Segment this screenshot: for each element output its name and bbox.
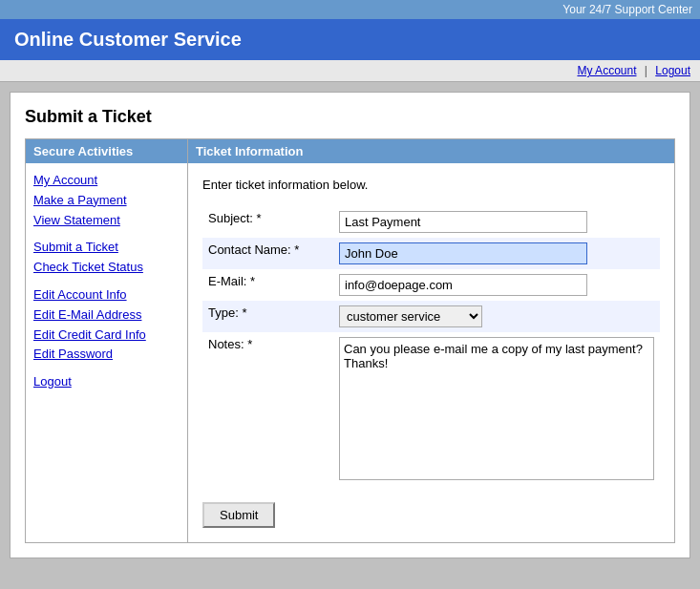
type-select[interactable]: customer service billing technical suppo… — [339, 305, 482, 327]
contact-label: Contact Name: * — [202, 238, 333, 269]
page-title: Submit a Ticket — [25, 107, 675, 127]
intro-text: Enter ticket information below. — [202, 178, 660, 192]
top-bar: Your 24/7 Support Center — [0, 0, 700, 19]
sidebar-item-submit-ticket[interactable]: Submit a Ticket — [33, 238, 180, 258]
sidebar-item-edit-email-address[interactable]: Edit E-Mail Address — [33, 305, 180, 326]
sidebar-group-logout: Logout — [33, 372, 180, 392]
submit-button[interactable]: Submit — [202, 502, 275, 528]
nav-separator: | — [645, 64, 647, 77]
sidebar-item-check-ticket-status[interactable]: Check Ticket Status — [33, 258, 180, 278]
content-layout: Secure Activities My Account Make a Paym… — [25, 138, 675, 543]
ticket-panel-header: Ticket Information — [188, 139, 674, 163]
type-row: Type: * customer service billing technic… — [202, 301, 660, 332]
main-content: Submit a Ticket Secure Activities My Acc… — [10, 92, 690, 558]
sidebar-item-view-statement[interactable]: View Statement — [33, 211, 180, 231]
email-input[interactable] — [339, 274, 587, 296]
app-title: Online Customer Service — [14, 29, 242, 50]
type-label: Type: * — [202, 301, 333, 332]
notes-row: Notes: * — [202, 332, 660, 488]
email-cell — [333, 269, 660, 301]
email-label: E-Mail: * — [202, 269, 333, 301]
my-account-nav-link[interactable]: My Account — [577, 64, 636, 77]
subject-row: Subject: * — [202, 206, 660, 238]
contact-row: Contact Name: * — [202, 238, 660, 269]
type-cell: customer service billing technical suppo… — [333, 301, 660, 332]
subject-cell — [333, 206, 660, 238]
app-header: Online Customer Service — [0, 19, 700, 60]
sidebar-group-account: My Account Make a Payment View Statement — [33, 171, 180, 230]
sidebar-header: Secure Activities — [26, 139, 187, 163]
contact-cell — [333, 238, 660, 269]
notes-label: Notes: * — [202, 332, 333, 488]
sidebar-item-edit-account-info[interactable]: Edit Account Info — [33, 285, 180, 305]
ticket-panel-body: Enter ticket information below. Subject:… — [188, 163, 674, 542]
subject-input[interactable] — [339, 211, 587, 233]
sidebar-item-make-payment[interactable]: Make a Payment — [33, 191, 180, 211]
bottom-bar — [0, 568, 700, 583]
email-row: E-Mail: * — [202, 269, 660, 301]
sidebar-links: My Account Make a Payment View Statement… — [26, 163, 187, 408]
ticket-panel: Ticket Information Enter ticket informat… — [188, 139, 674, 542]
support-center-text: Your 24/7 Support Center — [562, 3, 692, 16]
sidebar-group-tickets: Submit a Ticket Check Ticket Status — [33, 238, 180, 278]
notes-textarea[interactable] — [339, 337, 654, 480]
sidebar-item-logout[interactable]: Logout — [33, 372, 180, 392]
subject-label: Subject: * — [202, 206, 333, 238]
sidebar: Secure Activities My Account Make a Paym… — [26, 139, 188, 542]
ticket-form: Subject: * Contact Name: * E-Mail: * — [202, 206, 660, 488]
logout-nav-link[interactable]: Logout — [655, 64, 690, 77]
submit-row: Submit — [202, 502, 660, 528]
sidebar-item-edit-password[interactable]: Edit Password — [33, 345, 180, 365]
contact-input[interactable] — [339, 242, 587, 264]
nav-bar: My Account | Logout — [0, 60, 700, 82]
sidebar-item-edit-credit-card-info[interactable]: Edit Credit Card Info — [33, 326, 180, 346]
sidebar-item-my-account[interactable]: My Account — [33, 171, 180, 191]
sidebar-group-edit: Edit Account Info Edit E-Mail Address Ed… — [33, 285, 180, 365]
notes-cell — [333, 332, 660, 488]
